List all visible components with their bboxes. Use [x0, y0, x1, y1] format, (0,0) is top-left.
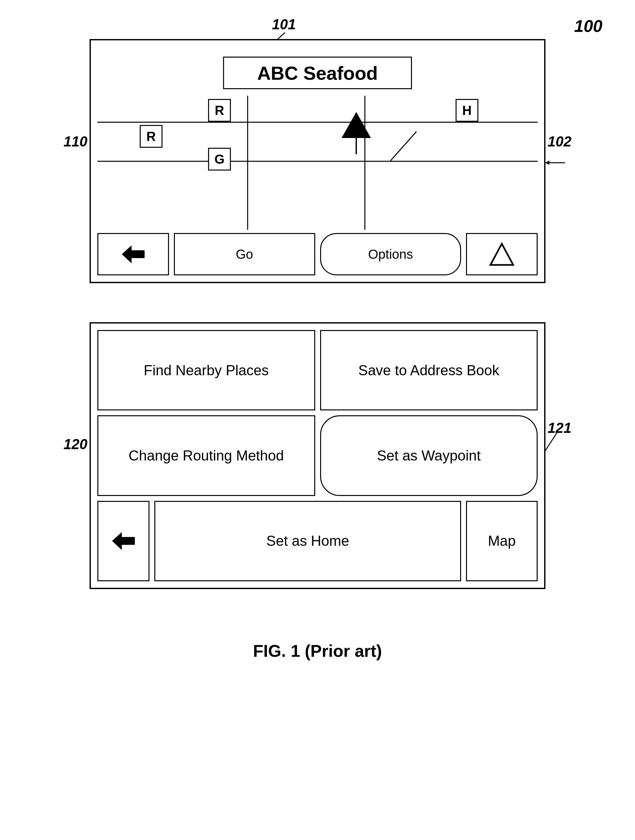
options-label: Options [368, 247, 413, 262]
back-arrow-icon [120, 244, 146, 265]
svg-marker-3 [545, 161, 549, 165]
change-routing-button[interactable]: Change Routing Method [97, 415, 315, 496]
arrow-102-internal [358, 128, 423, 167]
car-stem [356, 138, 357, 154]
map-icon-g: G [208, 148, 231, 171]
map-button[interactable]: Map [466, 501, 538, 581]
map-hline2 [97, 161, 538, 162]
triangle-button[interactable] [466, 233, 538, 275]
diagram2: 120 121 Find Nearby Places Save to Addre… [90, 322, 545, 589]
map-label: Map [488, 533, 516, 549]
find-nearby-button[interactable]: Find Nearby Places [97, 330, 315, 411]
map-icon-r2: R [140, 125, 163, 148]
svg-line-4 [390, 131, 416, 161]
triangle-outline-icon [489, 242, 515, 267]
bottom-back-arrow-icon [110, 531, 136, 552]
go-label: Go [236, 247, 253, 262]
options-button[interactable]: Options [320, 233, 461, 275]
find-nearby-label: Find Nearby Places [144, 362, 269, 379]
label-110: 110 [63, 133, 87, 150]
screen1: ABC Seafood R R G H [90, 39, 545, 283]
map-vline1 [247, 96, 248, 230]
set-waypoint-button[interactable]: Set as Waypoint [320, 415, 538, 496]
menu-grid: Find Nearby Places Save to Address Book … [97, 330, 538, 581]
diagram1: 101 110 102 ABC Seafood [90, 19, 545, 283]
map-hline1 [97, 122, 538, 123]
change-routing-label: Change Routing Method [128, 447, 284, 464]
screen1-title: ABC Seafood [257, 62, 378, 84]
go-button[interactable]: Go [174, 233, 315, 275]
bottom-back-button[interactable] [97, 501, 149, 581]
arrow-102 [542, 156, 568, 169]
svg-marker-9 [112, 532, 135, 550]
map-icon-r1: R [208, 99, 231, 122]
map-area: R R G H [97, 96, 538, 230]
page: 100 101 110 102 ABC Seafood [0, 0, 635, 840]
screen2: Find Nearby Places Save to Address Book … [90, 322, 545, 589]
svg-marker-5 [122, 245, 144, 263]
fig-number-100: 100 [574, 16, 602, 36]
svg-marker-6 [491, 244, 513, 265]
bottom-row: Set as Home Map [97, 501, 538, 581]
btn-row: Go Options [97, 233, 538, 275]
save-address-label: Save to Address Book [358, 362, 499, 379]
label-102: 102 [548, 133, 572, 150]
fig-caption: FIG. 1 (Prior art) [253, 641, 382, 661]
label-120: 120 [63, 436, 87, 452]
map-icon-h: H [456, 99, 478, 122]
title-box: ABC Seafood [223, 57, 412, 89]
set-home-label: Set as Home [266, 533, 349, 549]
set-home-button[interactable]: Set as Home [154, 501, 461, 581]
save-address-button[interactable]: Save to Address Book [320, 330, 538, 411]
back-button[interactable] [97, 233, 169, 275]
set-waypoint-label: Set as Waypoint [377, 447, 481, 464]
